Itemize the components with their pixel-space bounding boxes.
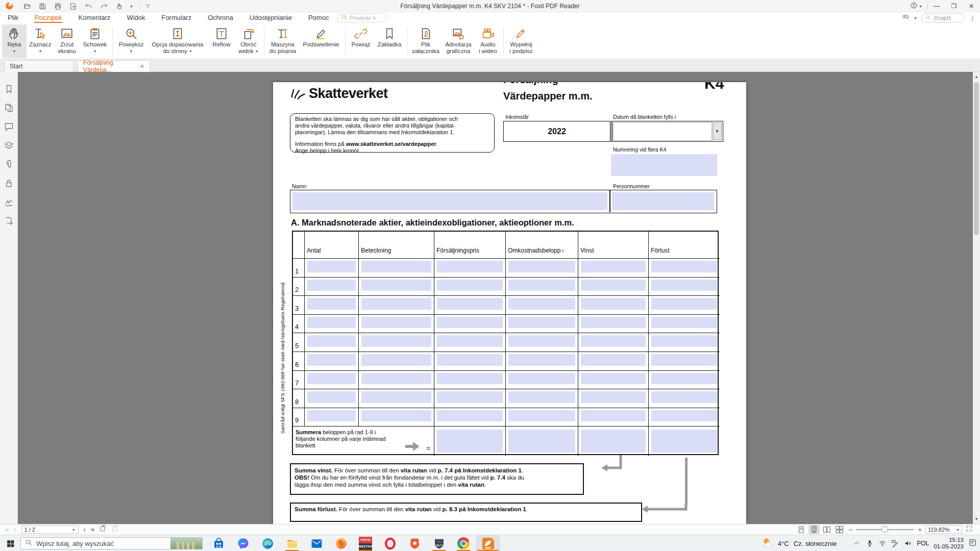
- table-input-field[interactable]: [307, 391, 356, 403]
- weather-condition[interactable]: Cz. słonecznie: [794, 540, 837, 547]
- table-input-field[interactable]: [508, 354, 575, 366]
- datum-combobox[interactable]: ▼: [611, 121, 723, 142]
- menu-formularz[interactable]: Formularz: [160, 12, 193, 23]
- table-input-field[interactable]: [307, 373, 356, 385]
- tab-document[interactable]: Försäljning Värdepa...✕: [78, 60, 150, 72]
- summary-total-field[interactable]: [508, 430, 575, 453]
- view-continuous-icon[interactable]: [808, 525, 820, 534]
- more-options-button[interactable]: ⋮: [969, 14, 976, 22]
- customize-qat-icon[interactable]: ▽: [146, 4, 150, 9]
- prev-page-button[interactable]: ‹: [14, 525, 16, 534]
- taskbar-brave-icon[interactable]: [402, 535, 427, 551]
- numrering-field[interactable]: [611, 154, 717, 176]
- table-input-field[interactable]: [508, 298, 575, 310]
- panel-pages-icon[interactable]: [3, 102, 14, 113]
- toolbar-highlighter-button[interactable]: Podświetlenie: [299, 24, 343, 58]
- table-input-field[interactable]: [651, 335, 717, 347]
- export-page-icon[interactable]: [68, 2, 78, 11]
- scrollbar-thumb[interactable]: [974, 82, 979, 235]
- hand-point-icon[interactable]: [114, 2, 124, 11]
- table-input-field[interactable]: [437, 391, 503, 403]
- menu-plik[interactable]: Plik: [6, 12, 20, 23]
- scroll-up-icon[interactable]: ▲: [973, 73, 980, 81]
- summary-total-field[interactable]: [581, 430, 646, 453]
- table-input-field[interactable]: [307, 410, 356, 422]
- toolbar-select-text-button[interactable]: Zaznacz▼: [27, 24, 54, 58]
- weather-icon[interactable]: [762, 537, 773, 550]
- namn-field[interactable]: [292, 192, 607, 210]
- toolbar-typewriter-button[interactable]: Maszynado pisania: [266, 24, 299, 58]
- open-icon[interactable]: [22, 2, 32, 11]
- page-number-box[interactable]: 1 / 2▼: [21, 525, 79, 534]
- table-input-field[interactable]: [437, 261, 503, 272]
- taskbar-explorer-icon[interactable]: [280, 535, 304, 551]
- zoom-in-button[interactable]: +: [918, 526, 922, 534]
- toolbar-screenshot-button[interactable]: Zrzutekranu: [54, 24, 80, 58]
- toolbar-fit-page-button[interactable]: Opcja dopasowaniado strony▼: [148, 24, 208, 58]
- scroll-down-icon[interactable]: ▼: [973, 515, 980, 523]
- table-input-field[interactable]: [361, 335, 431, 347]
- table-input-field[interactable]: [581, 410, 646, 422]
- toolbar-bookmark-button[interactable]: Zakładka: [374, 24, 405, 58]
- table-input-field[interactable]: [508, 373, 575, 385]
- table-input-field[interactable]: [581, 317, 646, 329]
- summary-total-field[interactable]: [437, 430, 503, 453]
- taskbar-opera-icon[interactable]: [378, 535, 402, 551]
- menu-widok[interactable]: Widok: [125, 12, 146, 23]
- zoom-slider[interactable]: [856, 525, 914, 534]
- datum-text-input[interactable]: [612, 122, 712, 140]
- chevron-up-icon[interactable]: [853, 539, 861, 547]
- toolbar-reflow-button[interactable]: Reflow: [208, 24, 235, 58]
- weather-temp[interactable]: 4°C: [778, 540, 789, 547]
- taskbar-edge-icon[interactable]: [255, 535, 280, 551]
- table-input-field[interactable]: [307, 298, 356, 310]
- tell-me-search[interactable]: Powiedz n: [337, 13, 386, 22]
- table-input-field[interactable]: [581, 298, 646, 310]
- personnummer-field[interactable]: [612, 192, 714, 210]
- taskbar-search-input[interactable]: Wpisz tutaj, aby wyszukać: [20, 537, 203, 549]
- account-button[interactable]: ▼: [910, 2, 922, 11]
- notification-center-icon[interactable]: [968, 538, 977, 549]
- zoom-slider-thumb[interactable]: [881, 526, 888, 533]
- table-input-field[interactable]: [361, 298, 431, 310]
- mic-icon[interactable]: [866, 539, 874, 547]
- last-page-button[interactable]: »: [91, 525, 94, 534]
- table-input-field[interactable]: [581, 391, 646, 403]
- table-input-field[interactable]: [307, 354, 356, 366]
- clock[interactable]: 15:13 01-05-2023: [934, 537, 964, 550]
- taskbar-mail-icon[interactable]: [304, 535, 329, 551]
- start-button[interactable]: [5, 539, 15, 548]
- tab-start[interactable]: Start: [4, 60, 74, 72]
- table-input-field[interactable]: [651, 354, 717, 366]
- filter-search-icon[interactable]: [902, 13, 910, 23]
- close-button[interactable]: ✕: [963, 0, 980, 12]
- toolbar-audio-video-button[interactable]: Audioi wideo: [475, 24, 501, 58]
- table-input-field[interactable]: [307, 335, 356, 347]
- next-page-button[interactable]: ›: [84, 525, 86, 534]
- table-input-field[interactable]: [361, 354, 431, 366]
- table-input-field[interactable]: [437, 373, 503, 385]
- speaker-icon[interactable]: [904, 539, 912, 547]
- panel-export-icon[interactable]: [3, 215, 14, 227]
- panel-attachments-icon[interactable]: [3, 159, 14, 170]
- table-input-field[interactable]: [361, 410, 431, 422]
- view-facing-icon[interactable]: [821, 525, 832, 534]
- filter-search-dropdown[interactable]: ▼: [914, 16, 917, 20]
- menu-udostępnianie[interactable]: Udostępnianie: [248, 12, 293, 23]
- taskbar-voicemeeter-icon[interactable]: VOICEMEETER: [353, 535, 378, 551]
- find-input[interactable]: Znajdź: [921, 13, 965, 22]
- save-icon[interactable]: [38, 2, 47, 11]
- menu-początek[interactable]: Początek: [33, 12, 63, 23]
- document-canvas[interactable]: Skatteverket Försäljning Värdepapper m.m…: [18, 72, 973, 524]
- fullscreen-icon[interactable]: [966, 525, 973, 534]
- toolbar-image-annotation-button[interactable]: Adnotacjagraficzna: [442, 24, 475, 58]
- zoom-out-button[interactable]: −: [849, 526, 853, 534]
- panel-comments-icon[interactable]: [3, 121, 14, 132]
- toolbar-rotate-view-button[interactable]: Obróćwidok▼: [235, 24, 262, 58]
- pen-input-icon[interactable]: [891, 539, 899, 547]
- menu-ochrona[interactable]: Ochrona: [206, 12, 235, 23]
- toolbar-zoom-in-button[interactable]: Powiększ▼: [115, 24, 148, 58]
- first-page-button[interactable]: «: [5, 525, 9, 534]
- language-indicator[interactable]: POL: [917, 540, 929, 547]
- inkomstar-field[interactable]: 2022: [503, 121, 610, 142]
